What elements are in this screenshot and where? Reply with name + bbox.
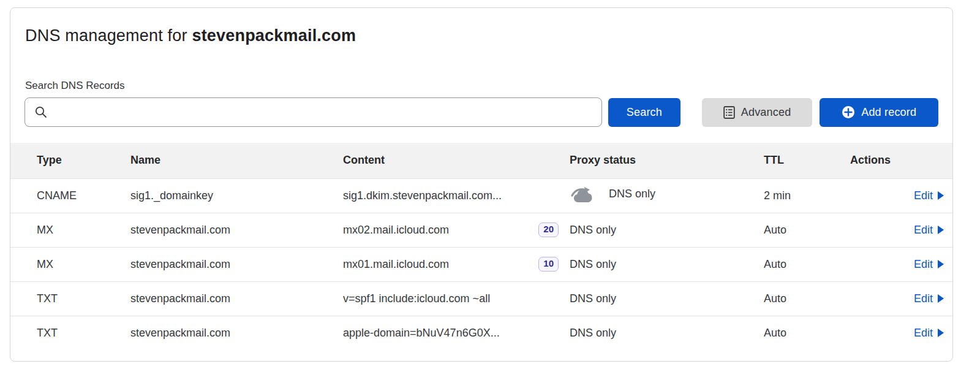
- proxy-disabled-cloud-icon: [570, 185, 598, 204]
- column-header-name: Name: [130, 143, 343, 178]
- record-name: sig1._domainkey: [130, 178, 343, 213]
- record-name: stevenpackmail.com: [130, 213, 343, 247]
- search-input[interactable]: [24, 97, 602, 127]
- edit-record-button[interactable]: Edit: [914, 224, 944, 237]
- edit-record-button[interactable]: Edit: [914, 327, 944, 340]
- record-content: v=spf1 include:icloud.com ~all: [343, 292, 490, 305]
- table-row: CNAME sig1._domainkey sig1.dkim.stevenpa…: [10, 178, 952, 213]
- chevron-right-icon: [937, 329, 944, 337]
- chevron-right-icon: [937, 226, 944, 234]
- proxy-status-text: DNS only: [609, 188, 655, 200]
- column-header-proxy-status: Proxy status: [565, 143, 764, 178]
- column-header-type: Type: [10, 143, 130, 178]
- table-row: TXT stevenpackmail.com apple-domain=bNuV…: [10, 316, 952, 350]
- column-header-content: Content: [343, 143, 565, 178]
- dns-records-table: Type Name Content Proxy status TTL Actio…: [10, 143, 952, 350]
- table-row: MX stevenpackmail.com mx01.mail.icloud.c…: [10, 247, 952, 281]
- edit-record-button[interactable]: Edit: [914, 189, 944, 202]
- record-ttl: 2 min: [764, 178, 850, 213]
- proxy-status-text: DNS only: [570, 224, 616, 236]
- record-ttl: Auto: [764, 281, 850, 316]
- record-content: apple-domain=bNuV47n6G0X...: [343, 327, 500, 340]
- record-type: MX: [10, 213, 130, 247]
- table-header-row: Type Name Content Proxy status TTL Actio…: [10, 143, 952, 178]
- controls-row: Search Advanced: [24, 97, 938, 127]
- edit-label: Edit: [914, 224, 933, 237]
- record-name: stevenpackmail.com: [130, 247, 343, 281]
- table-row: TXT stevenpackmail.com v=spf1 include:ic…: [10, 281, 952, 316]
- search-button[interactable]: Search: [608, 98, 680, 127]
- proxy-status-text: DNS only: [570, 327, 616, 339]
- list-document-icon: [723, 106, 735, 119]
- chevron-right-icon: [937, 260, 944, 268]
- mx-priority-badge: 10: [538, 257, 559, 272]
- page-title-prefix: DNS management for: [25, 26, 192, 45]
- record-type: TXT: [10, 281, 130, 316]
- plus-circle-icon: [842, 105, 855, 119]
- search-box: [24, 97, 602, 127]
- edit-label: Edit: [914, 258, 933, 271]
- record-name: stevenpackmail.com: [130, 281, 343, 316]
- chevron-right-icon: [937, 294, 944, 303]
- column-header-actions: Actions: [850, 143, 952, 178]
- page-title: DNS management for stevenpackmail.com: [25, 26, 938, 45]
- search-icon: [34, 105, 48, 119]
- table-row: MX stevenpackmail.com mx02.mail.icloud.c…: [10, 213, 952, 247]
- record-type: TXT: [10, 316, 130, 350]
- advanced-button[interactable]: Advanced: [702, 98, 813, 127]
- record-ttl: Auto: [764, 213, 850, 247]
- record-ttl: Auto: [764, 247, 850, 281]
- record-content: mx02.mail.icloud.com: [343, 224, 449, 237]
- record-type: CNAME: [10, 178, 130, 213]
- page-title-domain: stevenpackmail.com: [192, 26, 356, 45]
- edit-label: Edit: [914, 327, 933, 340]
- add-record-button[interactable]: Add record: [820, 98, 938, 127]
- record-content: mx01.mail.icloud.com: [343, 258, 449, 271]
- record-ttl: Auto: [764, 316, 850, 350]
- proxy-status-text: DNS only: [570, 292, 616, 305]
- dns-management-card: DNS management for stevenpackmail.com Se…: [10, 7, 953, 362]
- record-type: MX: [10, 247, 130, 281]
- record-name: stevenpackmail.com: [130, 316, 343, 350]
- column-header-ttl: TTL: [764, 143, 850, 178]
- record-content: sig1.dkim.stevenpackmail.com...: [343, 189, 502, 202]
- add-record-button-label: Add record: [861, 106, 916, 119]
- edit-record-button[interactable]: Edit: [914, 292, 944, 305]
- mx-priority-badge: 20: [538, 223, 559, 237]
- proxy-status-text: DNS only: [570, 258, 616, 270]
- search-label: Search DNS Records: [25, 80, 938, 92]
- edit-record-button[interactable]: Edit: [914, 258, 944, 271]
- advanced-button-label: Advanced: [741, 106, 791, 119]
- chevron-right-icon: [937, 191, 944, 200]
- edit-label: Edit: [914, 292, 933, 305]
- edit-label: Edit: [914, 189, 933, 202]
